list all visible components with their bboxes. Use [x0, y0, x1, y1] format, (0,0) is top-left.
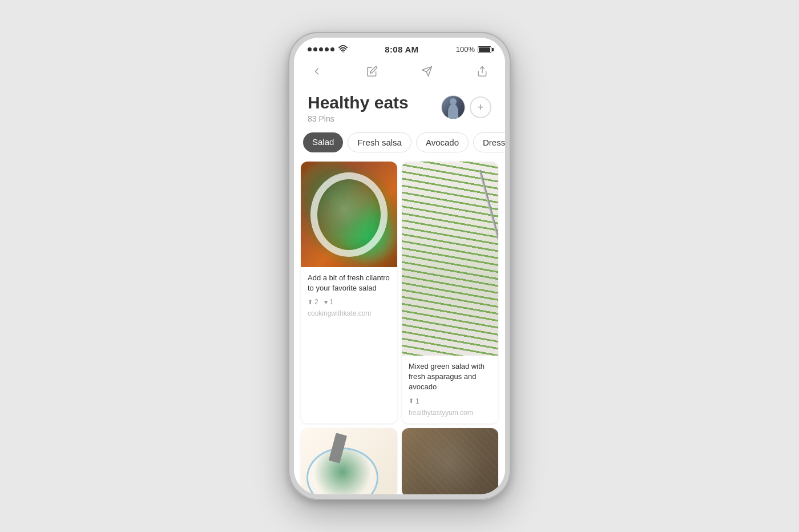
tab-fresh-salsa[interactable]: Fresh salsa: [348, 132, 411, 152]
board-pins-count: 83 Pins: [308, 114, 409, 123]
avatar-image: [442, 96, 465, 119]
pin-saves-asparagus: ⬆ 1: [409, 397, 419, 405]
tab-dressing[interactable]: Dressing: [473, 132, 505, 152]
battery-icon: [478, 46, 491, 53]
pin-card-asparagus[interactable]: Mixed green salad with fresh asparagus a…: [402, 162, 498, 424]
main-content[interactable]: Healthy eats 83 Pins + Salad: [294, 86, 505, 494]
board-title-section: Healthy eats 83 Pins: [308, 93, 409, 123]
category-tabs: Salad Fresh salsa Avocado Dressing D: [294, 132, 505, 162]
save-icon-asparagus: ⬆: [409, 397, 414, 405]
avatar[interactable]: [441, 95, 465, 119]
pin-likes-salad: ♥ 1: [324, 298, 333, 306]
pin-stats-salad: ⬆ 2 ♥ 1: [308, 298, 390, 306]
pin-image-salad: [301, 162, 397, 267]
signal-dot-5: [330, 47, 334, 51]
plus-icon: +: [477, 102, 484, 113]
share-button[interactable]: [473, 62, 491, 80]
status-bar: 8:08 AM 100%: [294, 38, 505, 58]
edit-button[interactable]: [363, 62, 381, 80]
saves-count-asparagus: 1: [415, 397, 419, 405]
pin-source-salad: cookingwithkate.com: [308, 309, 390, 317]
signal-dot-1: [308, 47, 312, 51]
pin-description-salad: Add a bit of fresh cilantro to your favo…: [308, 273, 390, 293]
pin-body-asparagus: Mixed green salad with fresh asparagus a…: [402, 356, 498, 424]
pin-body-salad: Add a bit of fresh cilantro to your favo…: [301, 267, 397, 324]
pin-image-dark: [402, 428, 498, 494]
pin-card-salad[interactable]: Add a bit of fresh cilantro to your favo…: [301, 162, 397, 424]
share-icon: [477, 66, 488, 77]
signal-dot-2: [313, 47, 317, 51]
pin-card-dark[interactable]: [402, 428, 498, 494]
pin-image-asparagus: [402, 162, 498, 356]
send-icon: [421, 66, 433, 77]
avatar-person-shape: [448, 104, 458, 119]
tab-avocado[interactable]: Avocado: [416, 132, 469, 152]
battery-percent: 100%: [456, 45, 475, 54]
back-icon: [311, 66, 322, 77]
pin-saves-salad: ⬆ 2: [308, 298, 318, 306]
send-button[interactable]: [418, 62, 436, 80]
edit-icon: [366, 66, 378, 77]
status-right: 100%: [456, 45, 491, 54]
board-title: Healthy eats: [308, 93, 409, 112]
pin-source-asparagus: healthytastyyum.com: [409, 409, 491, 417]
status-time: 8:08 AM: [385, 45, 418, 54]
back-button[interactable]: [308, 62, 326, 80]
signal-dot-4: [325, 47, 329, 51]
pins-grid: Add a bit of fresh cilantro to your favo…: [294, 162, 505, 494]
phone-screen: 8:08 AM 100%: [294, 38, 505, 494]
board-actions: +: [441, 95, 491, 119]
wifi-icon: [338, 45, 348, 54]
signal-dot-3: [319, 47, 323, 51]
phone-frame: 8:08 AM 100%: [288, 32, 511, 500]
pin-image-bowl: [301, 428, 397, 494]
saves-count-salad: 2: [314, 298, 318, 306]
add-collaborator-button[interactable]: +: [470, 96, 491, 118]
status-left: [308, 45, 348, 54]
toolbar: [294, 58, 505, 86]
pin-card-bowl[interactable]: [301, 428, 397, 494]
pin-stats-asparagus: ⬆ 1: [409, 397, 491, 405]
board-header: Healthy eats 83 Pins +: [294, 86, 505, 132]
pin-description-asparagus: Mixed green salad with fresh asparagus a…: [409, 361, 491, 393]
save-icon-salad: ⬆: [308, 299, 313, 306]
battery-fill: [479, 47, 490, 52]
heart-icon-salad: ♥: [324, 299, 328, 305]
svg-point-0: [342, 51, 344, 53]
likes-count-salad: 1: [329, 298, 333, 306]
tab-salad[interactable]: Salad: [303, 132, 343, 152]
